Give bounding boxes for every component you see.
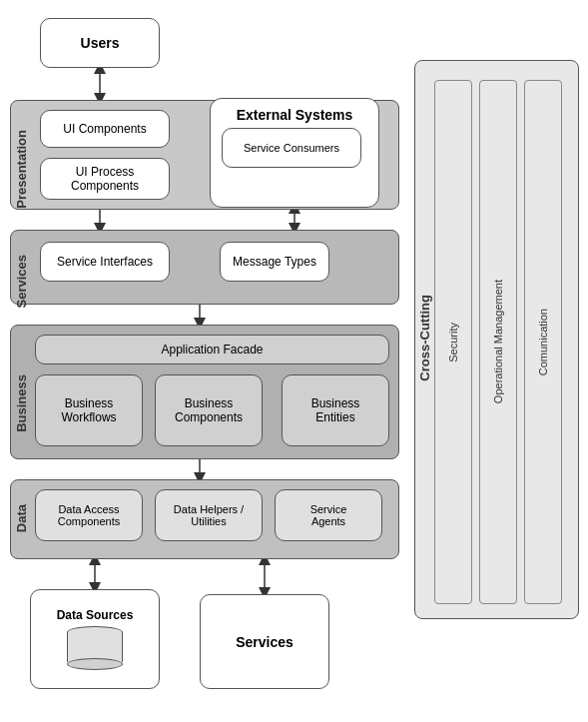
users-label: Users (81, 35, 120, 51)
app-facade-box: Application Facade (35, 335, 389, 364)
cc-ops-column: Operational Management (479, 80, 517, 604)
biz-components-label: BusinessComponents (175, 396, 243, 424)
crosscutting-label: Cross-Cutting (417, 295, 432, 381)
ui-process-label: UI ProcessComponents (71, 165, 139, 193)
services-label: Services (14, 255, 29, 309)
business-label: Business (14, 374, 29, 432)
cc-ops-label: Operational Management (492, 280, 504, 403)
users-box: Users (40, 18, 160, 68)
message-types-label: Message Types (233, 255, 316, 269)
data-helpers-label: Data Helpers /Utilities (174, 503, 244, 527)
ui-process-box: UI ProcessComponents (40, 158, 170, 200)
services-bottom-label: Services (236, 634, 294, 650)
cc-comm-column: Comunication (524, 80, 562, 604)
cc-comm-label: Comunication (537, 309, 549, 375)
service-interfaces-label: Service Interfaces (57, 255, 153, 269)
biz-entities-label: BusinessEntities (311, 396, 360, 424)
data-label: Data (14, 504, 29, 532)
diagram: Users Presentation UI Components UI Proc… (0, 0, 588, 722)
message-types-box: Message Types (220, 242, 329, 282)
cc-security-label: Security (447, 323, 459, 362)
external-systems-label: External Systems (237, 107, 353, 123)
ui-components-label: UI Components (63, 122, 146, 136)
services-bottom-box: Services (200, 594, 329, 689)
service-agents-box: ServiceAgents (275, 489, 382, 541)
presentation-label: Presentation (14, 130, 29, 209)
data-access-box: Data AccessComponents (35, 489, 143, 541)
biz-workflows-label: BusinessWorkflows (61, 396, 116, 424)
ui-components-box: UI Components (40, 110, 170, 148)
data-access-label: Data AccessComponents (58, 503, 120, 527)
cc-security-column: Security (434, 80, 472, 604)
app-facade-label: Application Facade (161, 343, 263, 357)
service-consumers-label: Service Consumers (244, 142, 339, 154)
service-interfaces-box: Service Interfaces (40, 242, 170, 282)
data-sources-label: Data Sources (57, 608, 134, 622)
biz-entities-box: BusinessEntities (282, 374, 389, 446)
biz-workflows-box: BusinessWorkflows (35, 374, 143, 446)
service-consumers-box: Service Consumers (222, 128, 361, 168)
data-sources-box: Data Sources (30, 589, 160, 689)
service-agents-label: ServiceAgents (310, 503, 347, 527)
data-helpers-box: Data Helpers /Utilities (155, 489, 263, 541)
biz-components-box: BusinessComponents (155, 374, 263, 446)
